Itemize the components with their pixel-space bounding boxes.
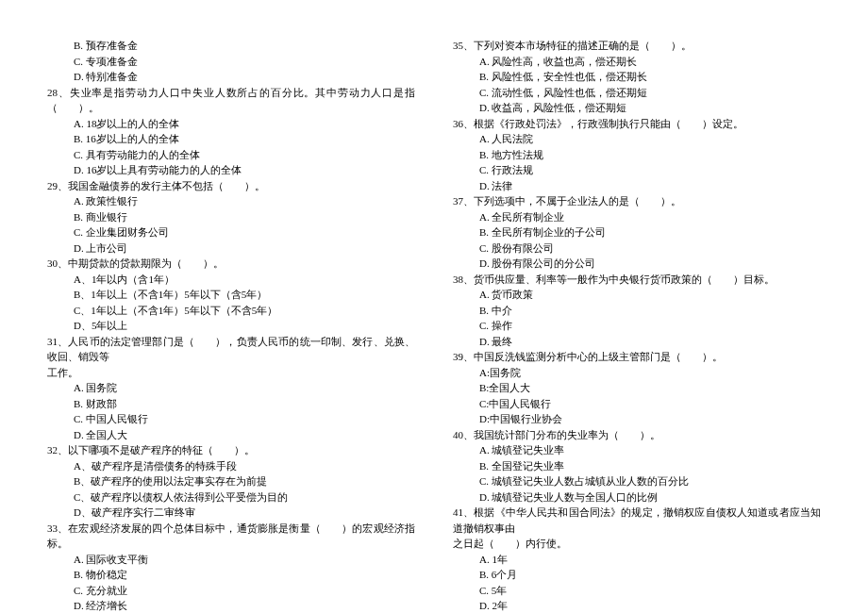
answer-option: D. 经济增长 xyxy=(47,598,415,613)
question-text: 32、以下哪项不是破产程序的特征（ ）。 xyxy=(47,442,415,458)
answer-option: D. 特别准备金 xyxy=(47,69,415,85)
left-column: B. 预存准备金C. 专项准备金D. 特别准备金28、失业率是指劳动力人口中失业… xyxy=(47,38,415,613)
answer-option: C. 充分就业 xyxy=(47,583,415,599)
answer-option: D. 收益高，风险性低，偿还期短 xyxy=(453,100,821,116)
answer-option: A、1年以内（含1年） xyxy=(47,272,415,288)
answer-option: B. 全民所有制企业的子公司 xyxy=(453,224,821,240)
question-continuation: 之日起（ ）内行使。 xyxy=(453,536,821,552)
answer-option: C. 股份有限公司 xyxy=(453,240,821,257)
question-text: 39、中国反洗钱监测分析中心的上级主管部门是（ ）。 xyxy=(453,349,821,365)
answer-option: B. 中介 xyxy=(453,303,821,319)
answer-option: D、5年以上 xyxy=(47,318,415,334)
answer-option: A. 18岁以上的人的全体 xyxy=(47,116,415,132)
answer-option: B、1年以上（不含1年）5年以下（含5年） xyxy=(47,287,415,303)
answer-option: D. 城镇登记失业人数与全国人口的比例 xyxy=(453,489,821,505)
answer-option: C. 具有劳动能力的人的全体 xyxy=(47,147,415,163)
question-continuation: 工作。 xyxy=(47,365,415,381)
answer-option: A、破产程序是清偿债务的特殊手段 xyxy=(47,458,415,474)
answer-option: A. 政策性银行 xyxy=(47,193,415,209)
answer-option: A:国务院 xyxy=(453,365,821,381)
answer-option: C. 行政法规 xyxy=(453,162,821,178)
answer-option: D. 2年 xyxy=(453,598,821,613)
answer-option: D. 上市公司 xyxy=(47,240,415,257)
answer-option: B. 财政部 xyxy=(47,396,415,412)
answer-option: D. 16岁以上具有劳动能力的人的全体 xyxy=(47,162,415,178)
answer-option: B. 商业银行 xyxy=(47,209,415,225)
answer-option: B. 风险性低，安全性也低，偿还期长 xyxy=(453,69,821,85)
question-text: 40、我国统计部门分布的失业率为（ ）。 xyxy=(453,427,821,443)
answer-option: B. 6个月 xyxy=(453,567,821,583)
question-text: 31、人民币的法定管理部门是（ ），负责人民币的统一印制、发行、兑换、收回、销毁… xyxy=(47,334,415,365)
answer-option: A. 国务院 xyxy=(47,380,415,396)
answer-option: A. 货币政策 xyxy=(453,287,821,303)
answer-option: B. 物价稳定 xyxy=(47,567,415,583)
answer-option: C. 城镇登记失业人数占城镇从业人数的百分比 xyxy=(453,473,821,489)
answer-option: A. 人民法院 xyxy=(453,131,821,147)
answer-option: B:全国人大 xyxy=(453,380,821,396)
answer-option: A. 风险性高，收益也高，偿还期长 xyxy=(453,54,821,70)
answer-option: D. 股份有限公司的分公司 xyxy=(453,256,821,272)
answer-option: A. 城镇登记失业率 xyxy=(453,442,821,458)
answer-option: C. 操作 xyxy=(453,318,821,334)
answer-option: D. 全国人大 xyxy=(47,427,415,443)
answer-option: C. 中国人民银行 xyxy=(47,411,415,427)
answer-option: B. 预存准备金 xyxy=(47,38,415,54)
answer-option: D. 最终 xyxy=(453,334,821,350)
answer-option: C、1年以上（不含1年）5年以下（不含5年） xyxy=(47,303,415,319)
question-text: 30、中期贷款的贷款期限为（ ）。 xyxy=(47,256,415,272)
question-text: 41、根据《中华人民共和国合同法》的规定，撤销权应自债权人知道或者应当知道撤销权… xyxy=(453,505,821,536)
answer-option: D、破产程序实行二审终审 xyxy=(47,505,415,521)
question-text: 37、下列选项中，不属于企业法人的是（ ）。 xyxy=(453,193,821,209)
question-text: 28、失业率是指劳动力人口中失业人数所占的百分比。其中劳动力人口是指（ ）。 xyxy=(47,85,415,116)
answer-option: A. 国际收支平衡 xyxy=(47,552,415,568)
answer-option: B、破产程序的使用以法定事实存在为前提 xyxy=(47,473,415,489)
answer-option: A. 1年 xyxy=(453,552,821,568)
question-text: 33、在宏观经济发展的四个总体目标中，通货膨胀是衡量（ ）的宏观经济指标。 xyxy=(47,521,415,552)
question-text: 38、货币供应量、利率等一般作为中央银行货币政策的（ ）目标。 xyxy=(453,272,821,288)
answer-option: C、破产程序以债权人依法得到公平受偿为目的 xyxy=(47,489,415,505)
answer-option: D. 法律 xyxy=(453,178,821,194)
answer-option: B. 16岁以上的人的全体 xyxy=(47,131,415,147)
answer-option: A. 全民所有制企业 xyxy=(453,209,821,225)
answer-option: C. 5年 xyxy=(453,583,821,599)
answer-option: C. 企业集团财务公司 xyxy=(47,224,415,240)
answer-option: B. 地方性法规 xyxy=(453,147,821,163)
question-text: 35、下列对资本市场特征的描述正确的是（ ）。 xyxy=(453,38,821,54)
question-text: 36、根据《行政处罚法》，行政强制执行只能由（ ）设定。 xyxy=(453,116,821,132)
question-text: 29、我国金融债券的发行主体不包括（ ）。 xyxy=(47,178,415,194)
right-column: 35、下列对资本市场特征的描述正确的是（ ）。A. 风险性高，收益也高，偿还期长… xyxy=(453,38,821,613)
answer-option: C:中国人民银行 xyxy=(453,396,821,412)
answer-option: C. 流动性低，风险性也低，偿还期短 xyxy=(453,85,821,101)
answer-option: D:中国银行业协会 xyxy=(453,411,821,427)
answer-option: C. 专项准备金 xyxy=(47,54,415,70)
answer-option: B. 全国登记失业率 xyxy=(453,458,821,474)
